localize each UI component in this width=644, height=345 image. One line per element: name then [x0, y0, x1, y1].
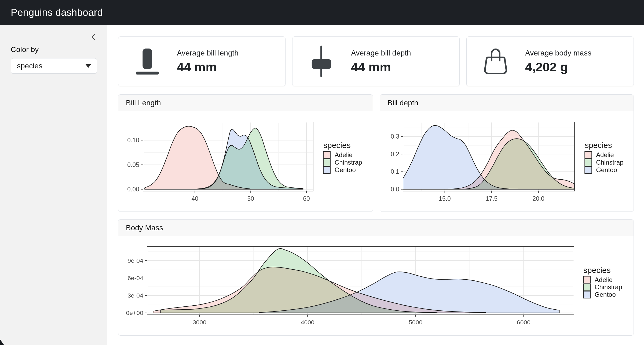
svg-text:50: 50 [247, 195, 254, 202]
sidebar: Color by species [0, 25, 107, 345]
svg-text:Chinstrap: Chinstrap [335, 159, 362, 166]
page-title: Penguins dashboard [11, 7, 103, 18]
value-box-bill-depth: Average bill depth 44 mm [292, 36, 460, 86]
value-box-value: 44 mm [177, 60, 239, 74]
handbag-icon [481, 46, 510, 77]
svg-text:6e-04: 6e-04 [127, 274, 143, 281]
bill-length-density-chart: 4050600.000.050.10speciesAdelieChinstrap… [118, 111, 373, 212]
value-box-bill-length: Average bill length 44 mm [118, 36, 286, 86]
svg-text:40: 40 [192, 195, 199, 202]
svg-text:Chinstrap: Chinstrap [596, 159, 624, 166]
svg-text:0.05: 0.05 [127, 161, 139, 168]
main-content: Average bill length 44 mm Average bill d… [107, 25, 644, 345]
chart-card-title: Bill depth [387, 99, 418, 107]
svg-text:5000: 5000 [409, 319, 422, 326]
svg-text:0e+00: 0e+00 [126, 309, 143, 316]
chart-body: 30004000500060000e+003e-046e-049e-04spec… [118, 236, 634, 335]
value-box-text: Average bill length 44 mm [177, 49, 239, 74]
chart-card-title: Body Mass [126, 224, 163, 232]
svg-text:Adelie: Adelie [335, 151, 353, 158]
svg-text:species: species [323, 141, 351, 150]
app-header: Penguins dashboard [0, 0, 644, 25]
color-by-select[interactable]: species [11, 58, 97, 74]
svg-text:15.0: 15.0 [439, 195, 451, 202]
svg-text:Gentoo: Gentoo [335, 166, 356, 173]
select-value: species [17, 62, 42, 70]
value-box-value: 4,202 g [525, 60, 591, 74]
svg-text:Gentoo: Gentoo [596, 166, 617, 173]
value-box-text: Average body mass 4,202 g [525, 49, 591, 74]
align-center-icon [307, 46, 335, 77]
bill-depth-card: Bill depth 15.017.520.00.00.10.20.3speci… [380, 94, 634, 212]
color-by-label: Color by [11, 45, 96, 54]
svg-text:species: species [585, 141, 612, 150]
svg-text:Adelie: Adelie [595, 276, 613, 283]
svg-text:20.0: 20.0 [532, 195, 544, 202]
svg-text:0.1: 0.1 [391, 168, 399, 175]
svg-text:0.3: 0.3 [391, 133, 399, 140]
svg-text:4000: 4000 [301, 319, 314, 326]
chart-body: 15.017.520.00.00.10.20.3speciesAdelieChi… [380, 111, 634, 212]
bill-depth-density-chart: 15.017.520.00.00.10.20.3speciesAdelieChi… [380, 111, 634, 212]
svg-text:Gentoo: Gentoo [595, 291, 616, 298]
svg-text:species: species [583, 266, 611, 274]
svg-text:0.10: 0.10 [127, 137, 139, 144]
svg-text:6000: 6000 [517, 319, 530, 326]
body-mass-card: Body Mass 30004000500060000e+003e-046e-0… [118, 219, 634, 336]
app-body: Color by species Average bill length 44 … [0, 25, 644, 345]
svg-text:Chinstrap: Chinstrap [595, 283, 622, 291]
value-box-title: Average bill depth [351, 49, 411, 57]
svg-text:0.00: 0.00 [127, 186, 139, 193]
chevron-left-icon [89, 38, 97, 42]
charts-row: Bill Length 4050600.000.050.10speciesAde… [118, 94, 634, 212]
align-bottom-icon [133, 46, 161, 77]
svg-text:17.5: 17.5 [486, 195, 498, 202]
value-box-title: Average body mass [525, 49, 591, 57]
svg-text:60: 60 [303, 195, 310, 202]
chart-card-header: Bill depth [380, 95, 634, 111]
sidebar-collapse-button[interactable] [89, 33, 97, 41]
chart-card-title: Bill Length [126, 99, 161, 107]
value-box-title: Average bill length [177, 49, 239, 57]
chart-card-header: Body Mass [118, 220, 634, 236]
value-box-text: Average bill depth 44 mm [351, 49, 411, 74]
svg-text:Adelie: Adelie [596, 151, 614, 158]
svg-text:0.0: 0.0 [391, 186, 399, 193]
bill-length-card: Bill Length 4050600.000.050.10speciesAde… [118, 94, 373, 212]
value-box-row: Average bill length 44 mm Average bill d… [118, 36, 634, 86]
svg-text:0.2: 0.2 [391, 151, 399, 158]
value-box-body-mass: Average body mass 4,202 g [466, 36, 634, 86]
dropdown-caret-icon [86, 64, 91, 68]
svg-text:3000: 3000 [193, 319, 206, 326]
svg-text:9e-04: 9e-04 [127, 257, 143, 264]
chart-card-header: Bill Length [118, 95, 373, 111]
svg-text:3e-04: 3e-04 [127, 292, 143, 299]
chart-body: 4050600.000.050.10speciesAdelieChinstrap… [118, 111, 373, 212]
value-box-value: 44 mm [351, 60, 411, 74]
body-mass-density-chart: 30004000500060000e+003e-046e-049e-04spec… [118, 236, 634, 335]
